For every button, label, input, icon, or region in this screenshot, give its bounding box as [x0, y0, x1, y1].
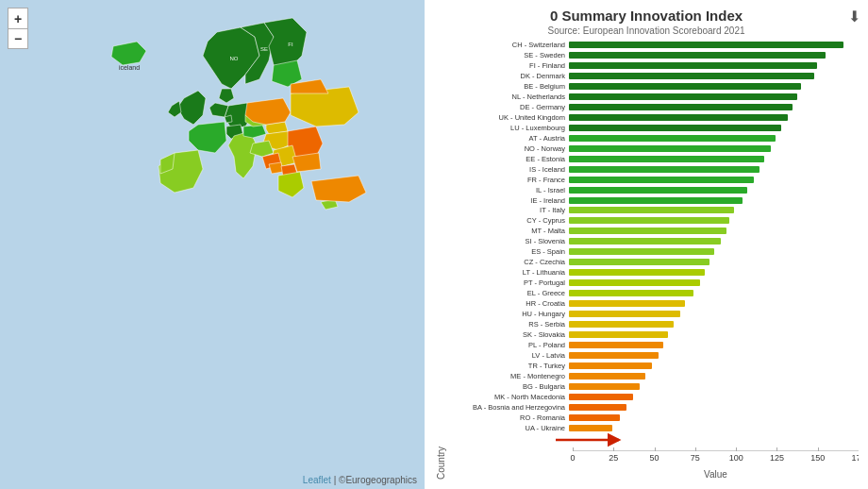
- bar-label: MT - Malta: [446, 227, 569, 235]
- bar: [569, 414, 620, 421]
- bar: [569, 104, 793, 110]
- map-panel: + − iceland: [0, 0, 425, 489]
- bar-label: IL - Israel: [446, 186, 569, 194]
- bar-label: BE - Belgium: [446, 82, 569, 91]
- svg-text:SE: SE: [260, 46, 268, 52]
- x-tick: 175: [851, 453, 859, 463]
- bar: [569, 352, 659, 359]
- map-attribution: Leaflet | ©Eurogeographics: [303, 475, 417, 485]
- bar-label: FR - France: [446, 176, 569, 184]
- bar-wrap: [569, 383, 859, 390]
- bar-wrap: [569, 290, 859, 296]
- x-tick: 50: [650, 453, 659, 463]
- bar-wrap: [569, 62, 859, 69]
- bar: [569, 187, 747, 194]
- bar: [569, 321, 674, 328]
- bar-row: ME - Montenegro: [446, 372, 859, 379]
- bar-label: ME - Montenegro: [446, 372, 569, 380]
- bar-row: IS - Iceland: [446, 165, 859, 173]
- bar-wrap: [569, 52, 859, 59]
- bar-row: BA - Bosnia and Herzegovina: [446, 403, 859, 411]
- bar-row: MK - North Macedonia: [446, 393, 859, 400]
- bar-row: TR - Turkey: [446, 363, 859, 370]
- bar: [569, 373, 645, 379]
- bar-row: DE - Germany: [446, 103, 859, 110]
- bar-label: SI - Slovenia: [446, 237, 569, 245]
- bar-label: SK - Slovakia: [446, 330, 569, 339]
- bar-row: BE - Belgium: [446, 82, 859, 90]
- bar-wrap: [569, 197, 859, 204]
- bar: [569, 238, 721, 244]
- bar-label: TR - Turkey: [446, 362, 569, 370]
- x-tick: 100: [729, 453, 743, 463]
- bar-row: LT - Lithuania: [446, 269, 859, 277]
- chart-source: Source: European Innovation Scoreboard 2…: [434, 25, 859, 36]
- bar-label: PL - Poland: [446, 341, 569, 349]
- bar: [569, 279, 700, 286]
- bar-row: UA - Ukraine: [446, 424, 859, 431]
- bar-row: CZ - Czechia: [446, 259, 859, 266]
- bar-wrap: [569, 404, 859, 411]
- bar: [569, 156, 764, 162]
- bar: [569, 166, 760, 173]
- bar-label: LU - Luxembourg: [446, 124, 569, 132]
- bar: [569, 290, 693, 296]
- bar: [569, 394, 633, 400]
- bar-wrap: [569, 259, 859, 265]
- svg-text:FI: FI: [288, 42, 293, 47]
- bar-wrap: [569, 394, 859, 400]
- bar-wrap: [569, 135, 859, 142]
- bar: [569, 404, 626, 411]
- bar-row: AT - Austria: [446, 134, 859, 142]
- bar-row: NL - Netherlands: [446, 93, 859, 100]
- bar: [569, 73, 814, 79]
- bar: [569, 248, 714, 255]
- bar: [569, 269, 705, 276]
- bar: [569, 42, 843, 48]
- zoom-out-button[interactable]: −: [8, 28, 28, 49]
- bar-label: CH - Switzerland: [446, 41, 569, 49]
- bar-label: RS - Serbia: [446, 320, 569, 329]
- bar-row: FI - Finland: [446, 61, 859, 69]
- bar-label: CY - Cyprus: [446, 216, 569, 225]
- bar: [569, 114, 788, 121]
- bar-row: EE - Estonia: [446, 155, 859, 162]
- x-tick: 125: [770, 453, 784, 463]
- bar-wrap: [569, 156, 859, 162]
- leaflet-link[interactable]: Leaflet: [303, 475, 331, 485]
- bar-row: SK - Slovakia: [446, 331, 859, 339]
- bar-row: LU - Luxembourg: [446, 124, 859, 131]
- bar-wrap: [569, 352, 859, 359]
- bar: [569, 311, 680, 317]
- x-tick: 0: [570, 453, 575, 463]
- y-axis-label: Country: [434, 40, 446, 480]
- bar-label: NL - Netherlands: [446, 93, 569, 101]
- bar-label: RO - Romania: [446, 413, 569, 422]
- bar-row: BG - Bulgaria: [446, 382, 859, 390]
- bar-wrap: [569, 166, 859, 173]
- bar-label: MK - North Macedonia: [446, 393, 569, 401]
- bar-wrap: [569, 104, 859, 110]
- arrow-annotation: [551, 430, 626, 449]
- bars-area: CH - SwitzerlandSE - SwedenFI - FinlandD…: [446, 40, 859, 450]
- chart-wrapper: CH - SwitzerlandSE - SwedenFI - FinlandD…: [446, 40, 859, 480]
- bar-row: FR - France: [446, 176, 859, 183]
- bar-wrap: [569, 125, 859, 131]
- bar-row: HR - Croatia: [446, 300, 859, 308]
- bar-label: AT - Austria: [446, 134, 569, 143]
- bar-wrap: [569, 187, 859, 194]
- bar: [569, 207, 734, 213]
- bar-row: CY - Cyprus: [446, 217, 859, 225]
- europe-map: iceland: [0, 0, 425, 489]
- bar-wrap: [569, 311, 859, 317]
- bar-label: BA - Bosnia and Herzegovina: [446, 403, 569, 412]
- bar-wrap: [569, 207, 859, 213]
- bar: [569, 331, 668, 338]
- zoom-in-button[interactable]: +: [8, 8, 28, 28]
- bar-label: CZ - Czechia: [446, 258, 569, 266]
- bar-label: BG - Bulgaria: [446, 382, 569, 391]
- bar: [569, 259, 709, 265]
- bar-wrap: [569, 279, 859, 286]
- bar-label: IT - Italy: [446, 206, 569, 214]
- download-icon[interactable]: ⬇: [848, 8, 860, 25]
